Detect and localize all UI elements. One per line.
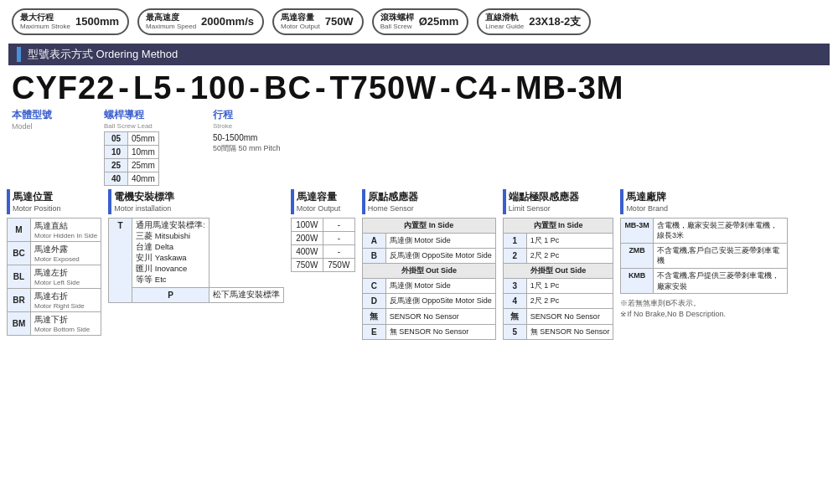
table-row: D反馬達側 OppoSite Motor Side bbox=[362, 293, 495, 308]
model-part: T750W bbox=[330, 70, 437, 106]
table-row: 400W - bbox=[291, 244, 354, 258]
table-row: E無 SENSOR No Sensor bbox=[362, 324, 495, 339]
table-row: KMB 不含電機,客戶提供三菱帶剎車電機，廠家安裝 bbox=[621, 268, 788, 293]
spec-item: 直線滑軌 Linear Guide 23X18-2支 bbox=[477, 8, 591, 35]
model-code-line: CYF22 - L5 - 100 - BC - T750W - C4 - MB-… bbox=[12, 70, 826, 106]
spec-item: 最大行程 Maximum Stroke 1500mm bbox=[12, 8, 129, 35]
model-part: CYF22 bbox=[12, 70, 115, 106]
stroke-label-group: 行程 Stroke 50-1500mm 50間隔 50 mm Pitch bbox=[213, 108, 297, 154]
spec-label: 最大行程 Maximum Stroke bbox=[20, 13, 70, 31]
spec-item: 滾珠螺桿 Ball Screw Ø25mm bbox=[372, 8, 469, 35]
spec-label: 直線滑軌 Linear Guide bbox=[485, 13, 524, 31]
table-row: 內置型 In Side bbox=[362, 218, 495, 233]
spec-item: 最高速度 Maximum Speed 2000mm/s bbox=[137, 8, 264, 35]
model-dash: - bbox=[315, 70, 327, 106]
table-row: BM 馬達下折 Motor Bottom Side bbox=[8, 311, 101, 335]
motor-installation-block: 電機安裝標準 Motor installation T 通用馬達安裝標準:三菱 … bbox=[108, 189, 284, 303]
model-part: MB-3M bbox=[515, 70, 624, 106]
table-row: M 馬達直結 Motor Hidden In Side bbox=[8, 218, 101, 241]
table-row: BL 馬達左折 Motor Left Side bbox=[8, 265, 101, 288]
model-dash: - bbox=[249, 70, 261, 106]
table-row: ZMB 不含電機,客戶自己安裝三菱帶剎車電機 bbox=[621, 243, 788, 268]
motor-output-block: 馬達容量 Motor Output 100W - 200W - 400W - bbox=[291, 189, 355, 272]
model-part: L5 bbox=[133, 70, 172, 106]
table-row: B反馬達側 OppoSite Motor Side bbox=[362, 248, 495, 263]
model-dash: - bbox=[500, 70, 512, 106]
motor-position-block: 馬達位置 Motor Position M 馬達直結 Motor Hidden … bbox=[7, 189, 101, 336]
table-row: 無SENSOR No Sensor bbox=[362, 308, 495, 324]
screw-lead-label-group: 螺桿導程 Ball Screw Lead 05 05mm 10 10mm 25 bbox=[104, 108, 213, 186]
model-part: BC bbox=[264, 70, 312, 106]
table-row: 外掛型 Out Side bbox=[362, 263, 495, 278]
table-row: 內置型 In Side bbox=[503, 218, 613, 233]
main-container: 最大行程 Maximum Stroke 1500mm 最高速度 Maximum … bbox=[0, 0, 838, 342]
table-row: C馬達側 Motor Side bbox=[362, 278, 495, 293]
model-part: C bbox=[455, 70, 478, 106]
table-row: A馬達側 Motor Side bbox=[362, 233, 495, 248]
table-row: 11尺 1 Pc bbox=[503, 233, 613, 248]
model-part: 100 bbox=[190, 70, 246, 106]
table-row: 100W - bbox=[291, 218, 354, 231]
table-row: 5無 SENSOR No Sensor bbox=[503, 324, 613, 339]
spec-label: 滾珠螺桿 Ball Screw bbox=[380, 13, 414, 31]
table-row: BC 馬達外露 Motor Exposed bbox=[8, 241, 101, 265]
model-dash: - bbox=[175, 70, 187, 106]
home-sensor-block: 原點感應器 Home Sensor 內置型 In SideA馬達側 Motor … bbox=[362, 189, 496, 340]
header-bar-accent bbox=[17, 47, 21, 62]
limit-sensor-block: 端點極限感應器 Limit Sensor 內置型 In Side11尺 1 Pc… bbox=[503, 189, 614, 340]
table-row: 外掛型 Out Side bbox=[503, 263, 613, 278]
bottom-section: 馬達位置 Motor Position M 馬達直結 Motor Hidden … bbox=[0, 188, 838, 342]
table-row: P 松下馬達安裝標準 bbox=[109, 287, 284, 302]
table-row: T 通用馬達安裝標準:三菱 Mitsubishi台達 Delta安川 Yaska… bbox=[109, 218, 284, 287]
specs-bar: 最大行程 Maximum Stroke 1500mm 最高速度 Maximum … bbox=[0, 0, 838, 44]
table-row: 750W 750W bbox=[291, 258, 354, 271]
section-header: 型號表示方式 Ordering Method bbox=[8, 44, 830, 65]
table-row: BR 馬達右折 Motor Right Side bbox=[8, 288, 101, 311]
table-row: 200W - bbox=[291, 231, 354, 244]
section-title: 型號表示方式 Ordering Method bbox=[28, 47, 178, 62]
spec-label: 馬達容量 Motor Output bbox=[281, 13, 320, 31]
table-row: MB-3M 含電機，廠家安裝三菱帶剎車電機，線長3米 bbox=[621, 218, 788, 243]
table-row: 31尺 1 Pc bbox=[503, 278, 613, 293]
model-code-area: CYF22 - L5 - 100 - BC - T750W - C4 - MB-… bbox=[0, 65, 838, 108]
model-dash: - bbox=[118, 70, 130, 106]
model-label-group: 本體型號 Model bbox=[12, 108, 104, 131]
motor-brand-block: 馬達廠牌 Motor Brand MB-3M 含電機，廠家安裝三菱帶剎車電機，線… bbox=[620, 189, 788, 320]
model-dash: - bbox=[440, 70, 452, 106]
table-row: 無SENSOR No Sensor bbox=[503, 308, 613, 324]
table-row: 22尺 2 Pc bbox=[503, 248, 613, 263]
model-part: 4 bbox=[478, 70, 497, 106]
table-row: 42尺 2 Pc bbox=[503, 293, 613, 308]
spec-label: 最高速度 Maximum Speed bbox=[146, 13, 196, 31]
spec-item: 馬達容量 Motor Output 750W bbox=[272, 8, 364, 35]
